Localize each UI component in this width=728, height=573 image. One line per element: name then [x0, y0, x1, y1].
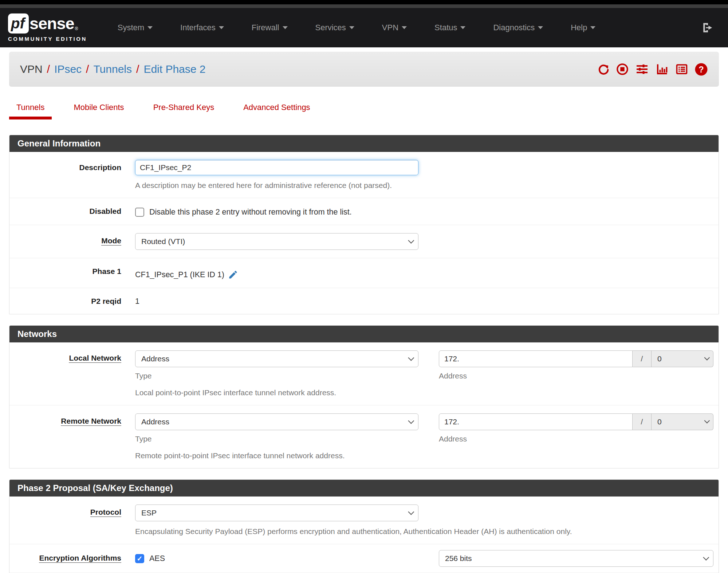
- description-input[interactable]: [135, 160, 418, 175]
- pfsense-logo[interactable]: pf sense ® COMMUNITY EDITION: [8, 13, 87, 42]
- p2reqid-value: 1: [135, 297, 139, 306]
- disabled-row: Disabled Disable this phase 2 entry with…: [9, 198, 719, 225]
- chevron-down-icon: [349, 26, 354, 29]
- tab-advanced-settings[interactable]: Advanced Settings: [236, 100, 317, 119]
- tab-bar: Tunnels Mobile Clients Pre-Shared Keys A…: [9, 100, 719, 119]
- nav-item-firewall[interactable]: Firewall: [238, 23, 302, 32]
- description-row: Description A description may be entered…: [9, 152, 719, 198]
- mode-row: Mode Routed (VTI): [9, 225, 719, 258]
- breadcrumb-link-ipsec[interactable]: IPsec: [54, 63, 82, 75]
- nav-item-diagnostics[interactable]: Diagnostics: [479, 23, 557, 32]
- local-network-label: Local Network: [9, 350, 135, 397]
- protocol-help: Encapsulating Security Payload (ESP) per…: [135, 527, 713, 536]
- mode-label: Mode: [9, 233, 135, 250]
- help-icon[interactable]: ?: [694, 63, 708, 76]
- nav-label: Services: [315, 23, 346, 32]
- phase2-proposal-panel: Phase 2 Proposal (SA/Key Exchange) Proto…: [9, 479, 719, 573]
- brand-sense-text: sense: [29, 14, 74, 33]
- chevron-down-icon: [538, 26, 543, 29]
- general-information-panel: General Information Description A descri…: [9, 135, 719, 314]
- local-prefix-select[interactable]: 0: [652, 350, 713, 367]
- local-address-hint: Address: [439, 372, 713, 380]
- aes-keylen-select[interactable]: 256 bits: [439, 550, 713, 567]
- phase1-label: Phase 1: [9, 266, 135, 280]
- registered-mark: ®: [75, 26, 78, 31]
- breadcrumb-separator: /: [47, 63, 50, 75]
- disabled-checkbox[interactable]: [135, 208, 144, 217]
- nav-label: System: [118, 23, 144, 32]
- nav-item-help[interactable]: Help: [557, 23, 609, 32]
- chevron-down-icon: [219, 26, 224, 29]
- chevron-down-icon: [147, 26, 153, 29]
- section-title-proposal: Phase 2 Proposal (SA/Key Exchange): [9, 480, 719, 497]
- remote-network-type-value: Address: [141, 417, 169, 426]
- breadcrumb-separator: /: [86, 63, 89, 75]
- remote-prefix-value: 0: [657, 417, 662, 426]
- protocol-select-value: ESP: [141, 509, 157, 517]
- remote-address-hint: Address: [439, 435, 713, 443]
- chevron-down-icon: [402, 26, 407, 29]
- local-address-input[interactable]: 172.: [439, 350, 633, 367]
- chevron-down-icon: [704, 418, 710, 424]
- breadcrumb-link-tunnels[interactable]: Tunnels: [93, 63, 132, 75]
- chevron-down-icon: [283, 26, 288, 29]
- edit-pencil-icon[interactable]: [228, 270, 238, 280]
- page-action-icons: ?: [597, 63, 708, 76]
- nav-label: Interfaces: [180, 23, 216, 32]
- pfsense-page: pf sense ® COMMUNITY EDITION System Inte…: [0, 0, 728, 573]
- nav-label: Firewall: [252, 23, 279, 32]
- local-network-type-select[interactable]: Address: [135, 350, 418, 367]
- tab-mobile-clients[interactable]: Mobile Clients: [66, 100, 131, 119]
- chevron-down-icon: [408, 509, 414, 515]
- nav-item-status[interactable]: Status: [421, 23, 479, 32]
- p2reqid-row: P2 reqid 1: [9, 288, 719, 314]
- nav-item-system[interactable]: System: [104, 23, 166, 32]
- aes-checkbox[interactable]: ✓: [135, 554, 144, 563]
- chevron-down-icon: [704, 355, 710, 361]
- tab-tunnels[interactable]: Tunnels: [9, 100, 52, 119]
- nav-item-services[interactable]: Services: [302, 23, 368, 32]
- aes-checkbox-label: AES: [149, 554, 165, 563]
- nav-label: VPN: [382, 23, 398, 32]
- encryption-algorithms-label: Encryption Algorithms: [9, 550, 135, 567]
- chevron-down-icon: [703, 554, 709, 561]
- remote-network-type-select[interactable]: Address: [135, 413, 418, 430]
- local-network-help: Local point-to-point IPsec interface tun…: [135, 388, 713, 397]
- section-title-general: General Information: [9, 135, 719, 152]
- protocol-select[interactable]: ESP: [135, 505, 418, 521]
- tab-pre-shared-keys[interactable]: Pre-Shared Keys: [146, 100, 222, 119]
- aes-keylen-value: 256 bits: [445, 554, 472, 563]
- refresh-icon[interactable]: [597, 63, 610, 75]
- brand-subtitle: COMMUNITY EDITION: [8, 36, 87, 42]
- window-top-strip: [0, 0, 728, 4]
- remote-network-row: Remote Network Address Type 172. /: [9, 405, 719, 468]
- chevron-down-icon: [408, 238, 414, 244]
- breadcrumb-root: VPN: [20, 63, 43, 75]
- chevron-down-icon: [460, 26, 465, 29]
- remote-type-hint: Type: [135, 435, 418, 443]
- local-type-hint: Type: [135, 372, 418, 380]
- encryption-aes-row: Encryption Algorithms ✓ AES 256 bits: [9, 544, 719, 573]
- log-list-icon[interactable]: [675, 63, 688, 76]
- nav-item-interfaces[interactable]: Interfaces: [166, 23, 238, 32]
- remote-prefix-select[interactable]: 0: [652, 413, 713, 430]
- remote-address-input[interactable]: 172.: [439, 413, 633, 430]
- sliders-icon[interactable]: [635, 63, 649, 76]
- nav-label: Help: [571, 23, 587, 32]
- nav-label: Status: [434, 23, 457, 32]
- description-label: Description: [9, 160, 135, 190]
- disabled-checkbox-label: Disable this phase 2 entry without remov…: [149, 208, 352, 217]
- breadcrumb-panel: VPN / IPsec / Tunnels / Edit Phase 2: [9, 52, 719, 87]
- networks-panel: Networks Local Network Address Type 172.: [9, 325, 719, 468]
- pf-logo-box: pf: [8, 13, 29, 34]
- phase1-row: Phase 1 CF1_IPsec_P1 (IKE ID 1): [9, 258, 719, 288]
- status-graph-icon[interactable]: [655, 63, 669, 76]
- stop-service-icon[interactable]: [616, 63, 629, 76]
- nav-item-vpn[interactable]: VPN: [368, 23, 421, 32]
- sign-out-icon[interactable]: [702, 21, 714, 34]
- remote-network-help: Remote point-to-point IPsec interface tu…: [135, 451, 713, 460]
- protocol-label: Protocol: [9, 505, 135, 536]
- local-network-type-value: Address: [141, 354, 169, 363]
- nav-label: Diagnostics: [493, 23, 535, 32]
- mode-select[interactable]: Routed (VTI): [135, 233, 418, 250]
